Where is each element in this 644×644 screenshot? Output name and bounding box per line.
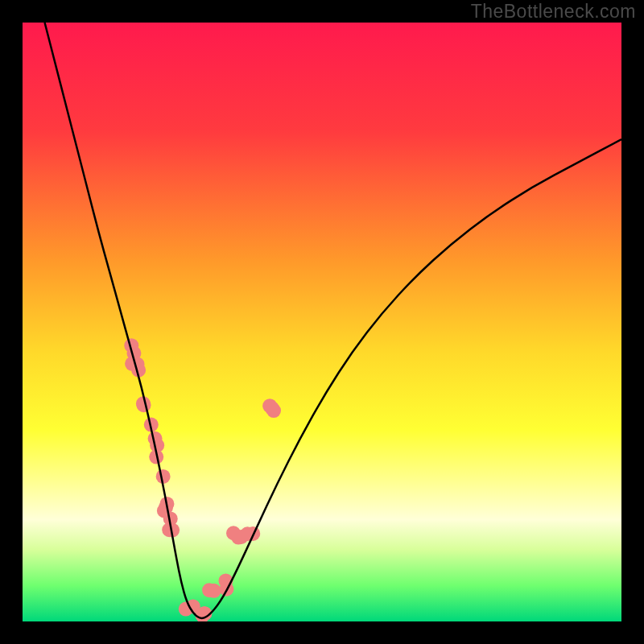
chart-svg	[23, 23, 621, 621]
data-dot	[207, 584, 221, 598]
data-dot	[265, 401, 279, 415]
data-dot	[234, 530, 249, 544]
gradient-background	[23, 23, 621, 621]
watermark: TheBottleneck.com	[471, 1, 636, 23]
data-dot	[162, 522, 176, 537]
plot-area	[23, 23, 621, 621]
